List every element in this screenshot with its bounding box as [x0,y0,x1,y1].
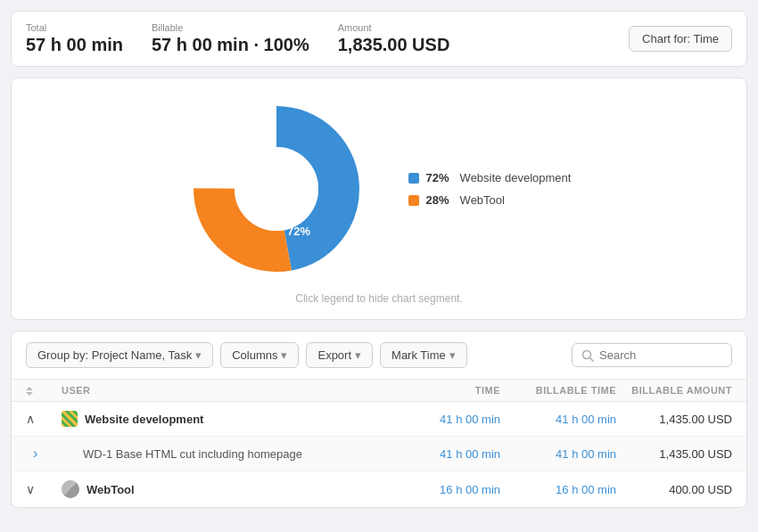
chart-area: 72% 28% 72% Website development 28% WebT… [26,100,732,278]
mark-time-button[interactable]: Mark Time ▾ [380,342,467,368]
stats-card: Total 57 h 00 min Billable 57 h 00 min ·… [11,11,747,67]
columns-chevron-icon: ▾ [281,348,287,362]
columns-label: Columns [232,348,277,362]
mark-time-label: Mark Time [391,348,446,362]
svg-text:72%: 72% [287,225,310,238]
row-amount-wd1: 1,435.00 USD [616,447,732,461]
search-icon [581,349,594,362]
table-row: ∨ WebTool 16 h 00 min 16 h 00 min 400.00… [12,471,746,507]
row-time-webtool: 16 h 00 min [384,483,500,496]
total-value: 57 h 00 min [26,35,123,55]
stat-billable: Billable 57 h 00 min · 100% [152,22,309,55]
row-billable-time-webtool: 16 h 00 min [500,483,616,496]
chart-card: 72% 28% 72% Website development 28% WebT… [11,78,747,320]
group-by-button[interactable]: Group by: Project Name, Task ▾ [26,342,213,368]
stat-amount: Amount 1,835.00 USD [338,22,450,55]
donut-chart: 72% 28% [187,100,366,278]
table-card: Group by: Project Name, Task ▾ Columns ▾… [11,331,747,508]
row-name-webtool: WebTool [62,480,384,498]
legend-pct-webtool: 28% [426,193,453,207]
row-amount-website: 1,435.00 USD [616,413,732,426]
sort-icon [26,387,33,396]
webtool-avatar [62,480,79,498]
row-billable-time-website: 41 h 00 min [500,413,616,426]
search-wrapper [572,343,732,367]
legend-dot-webtool [408,195,419,206]
row-billable-time-wd1: 41 h 00 min [500,447,616,461]
row-expand-wd1[interactable]: › [26,446,62,462]
legend-item-webtool[interactable]: 28% WebTool [408,193,572,207]
legend-pct-website: 72% [426,171,453,184]
th-user: USER [62,385,384,396]
table-row: ∧ Website development 41 h 00 min 41 h 0… [12,402,746,437]
chart-for-button[interactable]: Chart for: Time [629,26,732,52]
row-time-website: 41 h 00 min [384,413,500,426]
svg-text:28%: 28% [238,178,261,192]
project-label-webtool: WebTool [87,483,135,496]
row-time-wd1: 41 h 00 min [384,447,500,461]
row-expand-webtool[interactable]: ∨ [26,482,62,496]
amount-value: 1,835.00 USD [338,35,450,55]
export-chevron-icon: ▾ [355,348,361,362]
th-expand [26,385,62,396]
row-amount-webtool: 400.00 USD [616,483,732,496]
project-icon-website [62,411,78,427]
page-wrapper: Total 57 h 00 min Billable 57 h 00 min ·… [0,0,758,519]
table-header: USER TIME BILLABLE TIME BILLABLE AMOUNT [12,380,746,402]
legend-label-webtool: WebTool [460,193,505,207]
table-row: › WD-1 Base HTML cut including homepage … [12,437,746,471]
stat-total: Total 57 h 00 min [26,22,123,55]
row-name-wd1: WD-1 Base HTML cut including homepage [62,447,384,461]
columns-button[interactable]: Columns ▾ [220,342,299,368]
billable-label: Billable [152,22,309,33]
chart-legend: 72% Website development 28% WebTool [408,171,572,207]
chart-hint: Click legend to hide chart segment. [295,292,462,305]
total-label: Total [26,22,123,33]
amount-label: Amount [338,22,450,33]
row-expand-website[interactable]: ∧ [26,412,62,426]
export-label: Export [317,348,351,362]
th-billable-time: BILLABLE TIME [500,385,616,396]
toolbar: Group by: Project Name, Task ▾ Columns ▾… [12,331,746,380]
task-label-wd1: WD-1 Base HTML cut including homepage [83,447,302,461]
svg-line-6 [590,357,594,361]
export-button[interactable]: Export ▾ [306,342,373,368]
row-name-website: Website development [62,411,384,427]
legend-item-website[interactable]: 72% Website development [408,171,572,184]
legend-label-website: Website development [460,171,572,184]
th-time: TIME [384,385,500,396]
table-body: ∧ Website development 41 h 00 min 41 h 0… [12,402,746,507]
th-billable-amount: BILLABLE AMOUNT [616,385,732,396]
group-by-chevron-icon: ▾ [195,348,202,362]
legend-dot-website [408,173,419,184]
mark-time-chevron-icon: ▾ [449,348,456,362]
search-input[interactable] [599,348,722,362]
group-by-label: Group by: Project Name, Task [37,348,192,362]
billable-value: 57 h 00 min · 100% [152,35,309,55]
project-label-website: Website development [85,413,203,426]
